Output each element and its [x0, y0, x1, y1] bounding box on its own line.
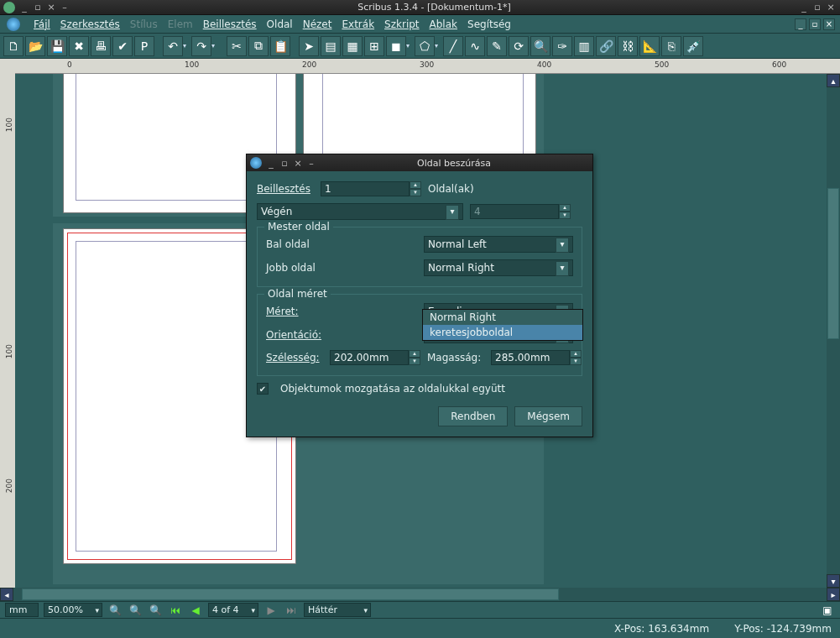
scroll-left-icon[interactable]: ◂ [0, 588, 13, 601]
new-icon[interactable]: 🗋 [3, 36, 23, 56]
insert-page-dialog: _ ▫ × – Oldal beszúrása Beillesztés ▴▾ O… [246, 154, 593, 437]
menu-window[interactable]: Ablak [430, 18, 457, 30]
story-editor-icon[interactable]: ▥ [574, 36, 594, 56]
scroll-up-icon[interactable]: ▴ [827, 74, 840, 87]
cut-icon[interactable]: ✂ [227, 36, 247, 56]
menu-extras[interactable]: Extrák [342, 18, 374, 30]
menu-help[interactable]: Segítség [467, 18, 511, 30]
table-icon[interactable]: ⊞ [364, 36, 384, 56]
bezier-icon[interactable]: ∿ [465, 36, 485, 56]
xpos-readout: X-Pos: 163.634mm [614, 623, 709, 635]
pdf-icon[interactable]: P [134, 36, 154, 56]
rotate-icon[interactable]: ⟳ [509, 36, 529, 56]
unlink-icon[interactable]: ⛓ [618, 36, 638, 56]
freehand-icon[interactable]: ✎ [487, 36, 507, 56]
dialog-shade-icon[interactable]: – [305, 158, 317, 169]
menu-style[interactable]: Stílus [130, 18, 158, 30]
imageframe-icon[interactable]: ▦ [342, 36, 363, 56]
open-icon[interactable]: 📂 [25, 36, 45, 56]
shape-icon[interactable]: ◼ [386, 36, 406, 56]
redo-icon[interactable]: ↷ [191, 36, 211, 56]
menu-edit[interactable]: Szerkesztés [60, 18, 120, 30]
save-icon[interactable]: 💾 [47, 36, 67, 56]
copy-props-icon[interactable]: ⎘ [661, 36, 681, 56]
insert-count-spin[interactable]: ▴▾ [321, 181, 421, 196]
zoom-fit-icon[interactable]: 🔍 [128, 603, 143, 618]
select-icon[interactable]: ➤ [299, 36, 319, 56]
menu-file[interactable]: Fájl [34, 18, 50, 30]
ok-button[interactable]: Rendben [438, 406, 508, 426]
dialog-restore-icon[interactable]: ▫ [279, 158, 290, 169]
window-close-icon[interactable]: × [45, 2, 57, 13]
left-master-combo[interactable]: Normal Left [424, 236, 573, 253]
width-input[interactable] [330, 350, 409, 365]
pages-label: Oldal(ak) [428, 183, 474, 195]
print-icon[interactable]: 🖶 [91, 36, 111, 56]
preflight-icon[interactable]: ✔ [112, 36, 133, 56]
dialog-icon [250, 157, 262, 169]
right-master-combo[interactable]: Normal Right [424, 259, 573, 276]
dialog-titlebar[interactable]: _ ▫ × – Oldal beszúrása [247, 154, 592, 171]
right-master-dropdown[interactable]: Normal Right keretesjobboldal [422, 309, 583, 341]
prev-page-icon[interactable]: ◀ [188, 603, 203, 618]
preview-icon[interactable]: ▣ [820, 603, 835, 618]
unit-selector[interactable]: mm [5, 603, 39, 617]
mdi-restore-icon[interactable]: ▫ [809, 18, 821, 30]
menu-script[interactable]: Szkript [384, 18, 419, 30]
zoom-out-icon[interactable]: 🔍 [107, 603, 123, 618]
page-nav-field[interactable]: 4 of 4 [208, 603, 258, 617]
dropdown-option-normal-right[interactable]: Normal Right [423, 310, 582, 325]
mdi-controls: _ ▫ × [795, 18, 835, 30]
scroll-right-icon[interactable]: ▸ [827, 588, 840, 601]
mdi-minimize-icon[interactable]: _ [795, 18, 806, 30]
window-restore-icon[interactable]: ▫ [32, 2, 44, 13]
dropdown-option-keretes[interactable]: keretesjobboldal [423, 325, 582, 340]
app-icon [3, 2, 15, 13]
undo-icon[interactable]: ↶ [163, 36, 183, 56]
horizontal-scrollbar[interactable]: ◂ ▸ [0, 588, 840, 601]
last-page-icon[interactable]: ⏭ [284, 603, 299, 618]
toolbar: 🗋 📂 💾 ✖ 🖶 ✔ P ↶▾ ↷▾ ✂ ⧉ 📋 ➤ ▤ ▦ ⊞ ◼▾ ⬠▾ … [0, 34, 840, 59]
edit-content-icon[interactable]: ✑ [552, 36, 572, 56]
mdi-close-icon[interactable]: × [823, 18, 835, 30]
zoom-icon[interactable]: 🔍 [530, 36, 550, 56]
first-page-icon[interactable]: ⏮ [168, 603, 183, 618]
cancel-button[interactable]: Mégsem [514, 406, 582, 426]
polygon-icon[interactable]: ⬠ [415, 36, 435, 56]
line-icon[interactable]: ╱ [443, 36, 463, 56]
width-spin[interactable]: ▴▾ [330, 350, 420, 365]
menu-page[interactable]: Oldal [267, 18, 293, 30]
window-close2-icon[interactable]: × [825, 2, 837, 13]
position-combo[interactable]: Végén [257, 203, 463, 220]
dialog-close-icon[interactable]: × [292, 158, 304, 169]
zoom-field[interactable]: 50.00% [44, 603, 102, 617]
textframe-icon[interactable]: ▤ [321, 36, 341, 56]
window-max-icon[interactable]: ▫ [811, 2, 823, 13]
paste-icon[interactable]: 📋 [270, 36, 290, 56]
move-objects-checkbox[interactable]: ✔ [257, 383, 269, 395]
size-label: Méret: [266, 306, 417, 317]
copy-icon[interactable]: ⧉ [248, 36, 269, 56]
menu-item[interactable]: Elem [168, 18, 193, 30]
window-shade-icon[interactable]: – [59, 2, 70, 13]
scroll-down-icon[interactable]: ▾ [827, 574, 840, 588]
next-page-icon[interactable]: ▶ [263, 603, 279, 618]
insert-count-input[interactable] [321, 181, 410, 196]
height-input[interactable] [491, 350, 570, 365]
master-page-group: Mester oldal Bal oldal Normal Left Jobb … [257, 227, 582, 287]
zoom-in-icon[interactable]: 🔍 [148, 603, 163, 618]
spin-up-icon[interactable]: ▴ [410, 181, 421, 189]
window-minimize-icon[interactable]: _ [18, 2, 30, 13]
window-minimize2-icon[interactable]: _ [798, 2, 810, 13]
measure-icon[interactable]: 📐 [639, 36, 660, 56]
menu-insert[interactable]: Beillesztés [203, 18, 257, 30]
close-doc-icon[interactable]: ✖ [69, 36, 89, 56]
menu-view[interactable]: Nézet [303, 18, 332, 30]
link-icon[interactable]: 🔗 [596, 36, 616, 56]
spin-down-icon[interactable]: ▾ [410, 189, 421, 196]
layer-selector[interactable]: Háttér [304, 603, 371, 617]
vertical-scrollbar[interactable]: ▴ ▾ [827, 74, 840, 588]
height-spin[interactable]: ▴▾ [491, 350, 582, 365]
eyedropper-icon[interactable]: 💉 [683, 36, 703, 56]
dialog-min-icon[interactable]: _ [265, 158, 277, 169]
